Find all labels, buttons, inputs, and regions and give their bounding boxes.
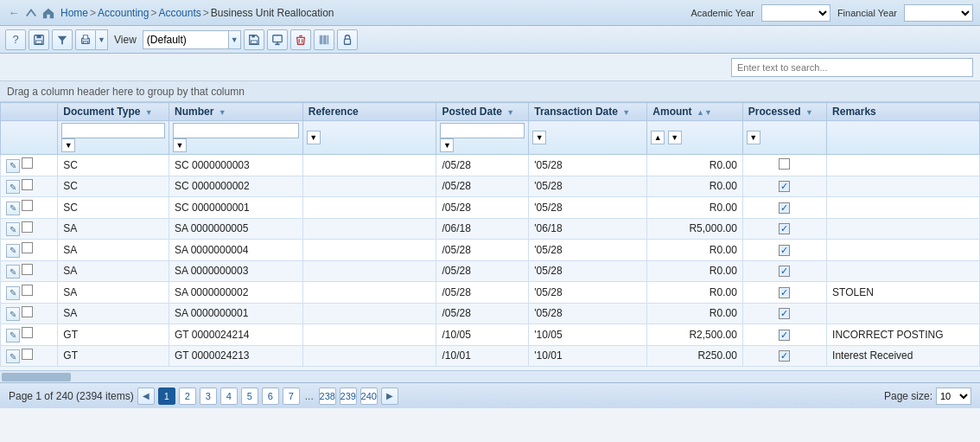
edit-button-1[interactable]: ✎ — [6, 180, 20, 194]
edit-button-7[interactable]: ✎ — [6, 307, 20, 321]
row-checkbox-9[interactable] — [22, 349, 33, 360]
col-header-amount[interactable]: Amount ▲▼ — [647, 103, 743, 121]
row-checkbox-2[interactable] — [22, 200, 33, 211]
back-icon[interactable]: ← — [7, 6, 21, 20]
col-header-remarks[interactable]: Remarks — [827, 103, 980, 121]
edit-button-2[interactable]: ✎ — [6, 202, 20, 215]
svg-rect-12 — [320, 35, 323, 44]
academic-year-select[interactable] — [761, 4, 830, 22]
sort-icon-processed[interactable]: ▼ — [805, 108, 813, 117]
page-238-button[interactable]: 238 — [319, 388, 336, 405]
breadcrumb-accounts[interactable]: Accounts — [158, 7, 200, 19]
svg-marker-3 — [58, 35, 67, 44]
row-checkbox-3[interactable] — [22, 221, 33, 233]
save-view-button[interactable] — [244, 29, 264, 50]
export-button[interactable] — [267, 29, 288, 50]
row-checkbox-6[interactable] — [22, 285, 33, 296]
print-button[interactable] — [75, 29, 96, 50]
processed-checkbox-7[interactable]: ✓ — [779, 308, 790, 319]
page-240-button[interactable]: 240 — [360, 388, 378, 405]
processed-checkbox-0[interactable] — [779, 158, 790, 170]
filter-transdate-btn[interactable]: ▼ — [532, 131, 546, 144]
row-checkbox-1[interactable] — [22, 179, 33, 190]
table-row: ✎SASA 0000000004/05/28'05/28R0.00✓ — [1, 240, 980, 261]
row-4-processed: ✓ — [742, 240, 826, 261]
view-dropdown-button[interactable]: ▼ — [229, 30, 241, 49]
processed-checkbox-3[interactable]: ✓ — [779, 223, 790, 234]
edit-button-6[interactable]: ✎ — [6, 286, 20, 300]
col-header-processed[interactable]: Processed ▼ — [742, 103, 826, 121]
filter-posted-input[interactable] — [440, 123, 525, 138]
processed-checkbox-9[interactable]: ✓ — [779, 350, 790, 362]
filter-posted-btn[interactable]: ▼ — [440, 138, 454, 152]
page-7-button[interactable]: 7 — [283, 388, 300, 405]
page-next-button[interactable]: ▶ — [381, 388, 398, 405]
processed-checkbox-1[interactable]: ✓ — [779, 181, 790, 192]
row-checkbox-0[interactable] — [22, 157, 33, 169]
processed-checkbox-4[interactable]: ✓ — [779, 245, 790, 256]
page-5-button[interactable]: 5 — [241, 388, 258, 405]
sort-icon-amount[interactable]: ▲▼ — [697, 108, 712, 117]
breadcrumb-home[interactable]: Home — [60, 7, 88, 19]
edit-button-0[interactable]: ✎ — [6, 159, 20, 173]
row-checkbox-8[interactable] — [22, 327, 33, 338]
processed-checkbox-5[interactable]: ✓ — [779, 266, 790, 277]
filter-doctype-btn[interactable]: ▼ — [61, 138, 75, 152]
print-dropdown-button[interactable]: ▼ — [96, 29, 108, 50]
processed-checkbox-8[interactable]: ✓ — [779, 330, 790, 341]
edit-button-3[interactable]: ✎ — [6, 222, 20, 236]
row-4-amount: R0.00 — [647, 240, 743, 261]
help-button[interactable]: ? — [5, 29, 26, 50]
home-icon[interactable] — [41, 6, 55, 20]
horizontal-scrollbar[interactable] — [0, 370, 980, 382]
row-checkbox-4[interactable] — [22, 242, 33, 253]
save-button[interactable] — [29, 29, 49, 50]
edit-button-9[interactable]: ✎ — [6, 349, 20, 363]
page-6-button[interactable]: 6 — [262, 388, 279, 405]
filter-amount-up[interactable]: ▲ — [651, 131, 665, 144]
edit-button-8[interactable]: ✎ — [6, 329, 20, 343]
filter-button[interactable] — [52, 29, 73, 50]
row-3-posted: /06/18 — [436, 218, 529, 240]
filter-number-input[interactable] — [173, 123, 299, 138]
page-1-button[interactable]: 1 — [158, 388, 175, 405]
col-header-posted[interactable]: Posted Date ▼ — [436, 103, 529, 121]
page-size-select[interactable]: 10 25 50 100 — [936, 388, 971, 405]
col-header-number[interactable]: Number ▼ — [169, 103, 302, 121]
sort-icon-posted[interactable]: ▼ — [506, 108, 514, 117]
up-icon[interactable] — [24, 6, 38, 20]
col-header-reference[interactable]: Reference — [302, 103, 436, 121]
processed-checkbox-2[interactable]: ✓ — [779, 202, 790, 214]
row-0-actions: ✎ — [1, 155, 58, 176]
view-select[interactable]: (Default) — [143, 30, 229, 49]
sort-icon-number[interactable]: ▼ — [219, 108, 226, 117]
filter-number-btn[interactable]: ▼ — [173, 138, 187, 152]
row-checkbox-5[interactable] — [22, 264, 33, 275]
row-3-number: SA 0000000005 — [169, 218, 302, 240]
col-header-transdate[interactable]: Transaction Date ▼ — [529, 103, 647, 121]
sort-icon-transdate[interactable]: ▼ — [622, 108, 630, 117]
page-3-button[interactable]: 3 — [200, 388, 217, 405]
filter-processed-btn[interactable]: ▼ — [747, 131, 760, 144]
scroll-thumb[interactable] — [2, 373, 71, 381]
col-header-doctype[interactable]: Document Type ▼ — [58, 103, 169, 121]
columns-button[interactable] — [314, 29, 334, 50]
lock-button[interactable] — [337, 29, 358, 50]
processed-checkbox-6[interactable]: ✓ — [779, 287, 790, 298]
page-prev-button[interactable]: ◀ — [137, 388, 155, 405]
edit-button-5[interactable]: ✎ — [6, 265, 20, 279]
page-4-button[interactable]: 4 — [220, 388, 238, 405]
financial-year-select[interactable] — [904, 4, 973, 22]
filter-doctype-input[interactable] — [61, 123, 165, 138]
breadcrumb-accounting[interactable]: Accounting — [98, 7, 149, 19]
row-checkbox-7[interactable] — [22, 306, 33, 317]
delete-button[interactable] — [290, 29, 311, 50]
filter-amount-down[interactable]: ▼ — [668, 131, 682, 144]
filter-reference-btn[interactable]: ▼ — [307, 131, 321, 144]
page-2-button[interactable]: 2 — [179, 388, 196, 405]
row-6-reference — [302, 282, 436, 304]
page-239-button[interactable]: 239 — [340, 388, 357, 405]
sort-icon-doctype[interactable]: ▼ — [145, 108, 153, 117]
search-input[interactable] — [731, 58, 973, 77]
edit-button-4[interactable]: ✎ — [6, 244, 20, 258]
